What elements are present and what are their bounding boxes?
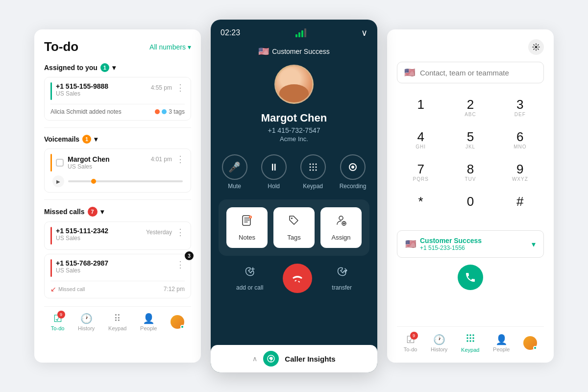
signal-bar-4 (304, 28, 306, 37)
todo-title: To-do (44, 39, 78, 54)
assigned-badge: 1 (100, 63, 109, 72)
missed-more-1[interactable]: ⋮ (176, 227, 185, 238)
nav-todo-left[interactable]: ☑ 9 To-do (51, 313, 65, 331)
missed-chevron-icon[interactable]: ▾ (100, 208, 104, 216)
assign-card[interactable]: Assign (320, 207, 362, 248)
search-flag-icon[interactable]: 🇺🇸 (404, 67, 415, 78)
voicemails-chevron-icon[interactable]: ▾ (94, 135, 98, 143)
tags-label: Tags (287, 234, 300, 241)
add-call-button[interactable]: add or call (236, 266, 263, 291)
nav-avatar-right[interactable] (523, 336, 537, 350)
hold-button[interactable]: ⏸ Hold (261, 154, 287, 190)
play-button[interactable]: ▶ (52, 175, 64, 187)
key-4[interactable]: 4 GHI (397, 125, 444, 156)
key-7[interactable]: 7 PQRS (397, 158, 444, 188)
voicemail-checkbox[interactable] (56, 159, 64, 167)
history-icon-right: 🕐 (433, 334, 445, 345)
selected-num-chevron-icon[interactable]: ▾ (532, 240, 536, 249)
audio-dot (91, 179, 96, 184)
caller-avatar (274, 65, 314, 104)
search-input[interactable] (420, 69, 537, 77)
caller-insights-bar[interactable]: ∧ Caller Insights (211, 345, 377, 372)
assign-label: Assign (331, 234, 350, 241)
recording-icon (340, 154, 366, 180)
svg-point-2 (315, 164, 317, 165)
nav-history-right[interactable]: 🕐 History (431, 334, 447, 352)
recording-button[interactable]: Recording (340, 154, 367, 190)
voicemail-item: Margot Chen US Sales 4:01 pm ⋮ ▶ (44, 148, 191, 193)
todo-panel: To-do All numbers ▾ Assigned to you 1 ▾ … (34, 29, 201, 363)
assigned-chevron-icon[interactable]: ▾ (112, 64, 116, 72)
call-controls: 🎤 Mute ⏸ Hold Keypad (222, 154, 367, 190)
nav-avatar-left[interactable] (171, 315, 184, 329)
insights-icon (263, 351, 279, 367)
right-header (397, 39, 544, 55)
svg-point-28 (469, 340, 471, 342)
notes-card[interactable]: Notes (226, 207, 268, 248)
notes-icon (241, 214, 253, 230)
voicemails-section-header: Voicemails 1 ▾ (44, 135, 191, 144)
key-8[interactable]: 8 TUV (446, 158, 494, 188)
missed-phone-1: +1 515-111-2342 (56, 227, 108, 235)
svg-point-25 (469, 337, 471, 339)
voicemails-badge: 1 (82, 135, 91, 144)
call-top-bar: 02:23 ∨ (211, 20, 377, 46)
mute-button[interactable]: 🎤 Mute (222, 154, 247, 190)
all-numbers-button[interactable]: All numbers ▾ (149, 43, 191, 51)
notes-text: Alicia Schmidt added notes (50, 108, 122, 115)
voicemail-more-button[interactable]: ⋮ (176, 154, 185, 165)
svg-point-4 (312, 167, 314, 168)
svg-point-20 (535, 46, 538, 49)
online-dot-left (180, 325, 184, 329)
key-6[interactable]: 6 MNO (496, 125, 544, 156)
transfer-button[interactable]: transfer (332, 266, 352, 291)
key-1[interactable]: 1 (397, 93, 444, 123)
nav-keypad-right[interactable]: Keypad (461, 333, 479, 353)
key-5[interactable]: 5 JKL (446, 125, 494, 156)
svg-point-8 (315, 170, 317, 171)
signal-bar-3 (301, 30, 303, 37)
missed-call-item-2: 3 +1 515-768-2987 US Sales ⋮ ↙ Missed ca… (44, 254, 191, 298)
selected-flag-icon: 🇺🇸 (405, 239, 416, 249)
svg-point-24 (466, 337, 468, 339)
key-hash[interactable]: # (496, 190, 544, 220)
nav-people-left[interactable]: 👤 People (140, 313, 157, 331)
svg-point-0 (309, 164, 311, 165)
end-call-button[interactable] (283, 264, 312, 293)
svg-point-23 (472, 334, 474, 336)
assigned-more-button[interactable]: ⋮ (176, 82, 185, 93)
insights-label: Caller Insights (285, 355, 335, 363)
left-bottom-nav: ☑ 9 To-do 🕐 History ⠿ Keypad 👤 People (44, 306, 191, 331)
online-dot-right (533, 346, 537, 350)
call-count-badge: 3 (185, 251, 194, 260)
key-3[interactable]: 3 DEF (496, 93, 544, 123)
tags-card[interactable]: Tags (273, 207, 315, 248)
notes-label: Notes (239, 234, 255, 241)
key-9[interactable]: 9 WXYZ (496, 158, 544, 188)
tag-dot-2 (162, 109, 167, 114)
audio-progress[interactable] (68, 180, 183, 182)
nav-history-left[interactable]: 🕐 History (78, 313, 95, 331)
keypad-grid: 1 2 ABC 3 DEF 4 GHI 5 JKL 6 MNO (397, 93, 544, 220)
missed-more-2[interactable]: ⋮ (176, 259, 185, 270)
keypad-button[interactable]: Keypad (300, 154, 326, 190)
signal-bar-2 (298, 32, 300, 37)
red-bar-1 (50, 227, 52, 245)
nav-todo-right[interactable]: ☑ 9 To-do (404, 334, 417, 352)
missed-arrow-icon: ↙ (50, 285, 56, 293)
key-0[interactable]: 0 (446, 190, 494, 220)
nav-people-right[interactable]: 👤 People (493, 334, 510, 352)
nav-keypad-left[interactable]: ⠿ Keypad (108, 313, 126, 331)
call-button[interactable] (458, 265, 483, 290)
green-bar (50, 82, 52, 100)
selected-number-row[interactable]: 🇺🇸 Customer Success +1 515-233-1556 ▾ (397, 230, 544, 258)
minimize-button[interactable]: ∨ (361, 27, 368, 38)
settings-button[interactable] (528, 39, 544, 55)
key-star[interactable]: * (397, 190, 444, 220)
voicemail-time: 4:01 pm (151, 156, 172, 163)
team-flag-icon: 🇺🇸 (258, 46, 269, 57)
key-2[interactable]: 2 ABC (446, 93, 494, 123)
caller-phone: +1 415-732-7547 (268, 126, 320, 134)
assigned-sub: US Sales (56, 90, 108, 97)
svg-point-13 (291, 218, 293, 219)
